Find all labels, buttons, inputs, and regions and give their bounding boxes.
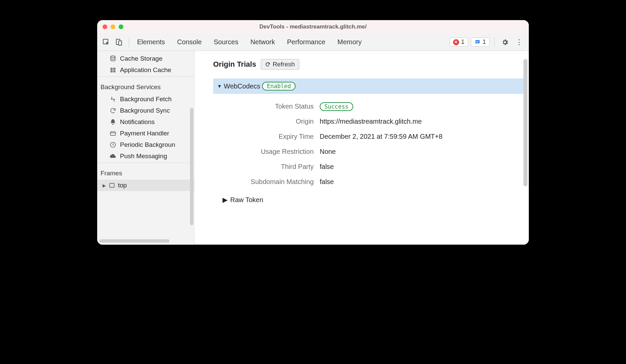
sidebar-item-label: Background Sync (120, 107, 170, 114)
clock-icon (109, 141, 117, 148)
tab-network[interactable]: Network (250, 38, 275, 46)
toolbar-separator-2 (494, 38, 495, 47)
sidebar-item-push-messaging[interactable]: Push Messaging (97, 150, 194, 162)
origin-value: https://mediastreamtrack.glitch.me (320, 118, 529, 125)
success-badge: Success (320, 102, 353, 111)
cloud-icon (109, 153, 117, 160)
devtools-window: DevTools - mediastreamtrack.glitch.me/ E… (97, 20, 529, 245)
expand-icon: ▶ (103, 183, 106, 188)
toolbar-separator (129, 38, 129, 47)
issues-icon (475, 39, 481, 45)
refresh-label: Refresh (272, 61, 295, 68)
raw-token-label: Raw Token (230, 196, 263, 204)
svg-rect-2 (119, 41, 122, 45)
settings-icon[interactable] (499, 39, 511, 46)
more-options-icon[interactable]: ⋮ (513, 38, 525, 47)
body: Cache Storage Application Cache Backgrou… (97, 51, 529, 245)
subdomain-matching-label: Subdomain Matching (213, 178, 314, 186)
third-party-label: Third Party (213, 163, 314, 171)
panel-tabs: Elements Console Sources Network Perform… (137, 38, 447, 46)
frames-heading: Frames (97, 165, 194, 180)
svg-rect-6 (111, 68, 113, 69)
svg-rect-4 (476, 42, 478, 43)
enabled-badge: Enabled (262, 82, 296, 90)
sidebar-item-cache-storage[interactable]: Cache Storage (97, 53, 194, 64)
svg-rect-8 (111, 69, 113, 70)
tab-memory[interactable]: Memory (337, 38, 362, 46)
sidebar-item-label: Periodic Backgroun (120, 141, 175, 148)
frames-top-item[interactable]: ▶ top (97, 180, 194, 191)
expand-icon: ▶ (223, 196, 228, 204)
credit-card-icon (109, 130, 117, 137)
tab-performance[interactable]: Performance (287, 38, 326, 46)
close-window-button[interactable] (103, 24, 107, 29)
database-icon (109, 55, 117, 62)
main-pane: Origin Trials Refresh ▼ WebCodecs Enable… (194, 51, 529, 245)
toggle-device-icon[interactable] (114, 37, 124, 47)
error-icon: ✕ (453, 39, 459, 45)
toolbar-right: ✕ 1 1 ⋮ (449, 38, 525, 47)
expiry-value: December 2, 2021 at 7:59:59 AM GMT+8 (320, 133, 529, 140)
third-party-value: false (320, 163, 529, 171)
cache-group: Cache Storage Application Cache (97, 51, 194, 77)
svg-rect-10 (111, 71, 113, 72)
svg-rect-15 (110, 183, 114, 187)
sidebar-item-application-cache[interactable]: Application Cache (97, 64, 194, 76)
token-status-label: Token Status (213, 103, 314, 110)
sidebar-item-payment-handler[interactable]: Payment Handler (97, 128, 194, 139)
sidebar-item-label: Cache Storage (120, 55, 163, 62)
sidebar-item-label: Push Messaging (120, 153, 167, 160)
sidebar-item-label: Application Cache (120, 66, 171, 74)
sidebar-v-scrollbar[interactable] (190, 108, 193, 225)
errors-badge[interactable]: ✕ 1 (449, 38, 468, 47)
background-services-heading: Background Services (97, 79, 194, 94)
main-toolbar: Elements Console Sources Network Perform… (97, 34, 529, 51)
issues-badge[interactable]: 1 (471, 38, 490, 47)
sidebar-h-scrollbar[interactable] (99, 239, 170, 243)
usage-restriction-label: Usage Restriction (213, 148, 314, 156)
usage-restriction-value: None (320, 148, 529, 156)
trial-details: Token Status Success Origin https://medi… (213, 94, 529, 186)
background-services-group: Background Services Background Fetch Bac… (97, 77, 194, 163)
pane-header: Origin Trials Refresh (213, 59, 529, 70)
zoom-window-button[interactable] (119, 24, 123, 29)
trial-name: WebCodecs (224, 82, 260, 90)
sidebar-item-notifications[interactable]: Notifications (97, 116, 194, 128)
frames-top-label: top (118, 182, 127, 189)
titlebar: DevTools - mediastreamtrack.glitch.me/ (97, 20, 529, 34)
svg-rect-12 (111, 132, 116, 135)
refresh-button[interactable]: Refresh (261, 59, 299, 70)
traffic-lights (103, 24, 123, 29)
refresh-icon (265, 62, 270, 67)
sidebar-item-background-sync[interactable]: Background Sync (97, 105, 194, 116)
errors-count: 1 (461, 39, 464, 46)
svg-rect-7 (113, 68, 116, 69)
subdomain-matching-value: false (320, 178, 529, 186)
sidebar-item-background-fetch[interactable]: Background Fetch (97, 94, 194, 105)
origin-trials-title: Origin Trials (213, 60, 256, 69)
grid-icon (109, 67, 117, 73)
inspect-element-icon[interactable] (101, 37, 111, 47)
main-v-scrollbar[interactable] (523, 59, 527, 186)
svg-rect-3 (476, 41, 479, 42)
svg-rect-9 (113, 69, 116, 70)
fetch-icon (109, 96, 117, 103)
frames-group: Frames ▶ top (97, 163, 194, 192)
minimize-window-button[interactable] (111, 24, 115, 29)
sync-icon (109, 107, 117, 114)
trial-row-webcodecs[interactable]: ▼ WebCodecs Enabled (213, 78, 523, 94)
token-status-value: Success (320, 103, 529, 110)
bell-icon (109, 119, 117, 125)
frame-box-icon (109, 182, 115, 189)
window-title: DevTools - mediastreamtrack.glitch.me/ (97, 23, 529, 30)
origin-label: Origin (213, 118, 314, 125)
raw-token-row[interactable]: ▶ Raw Token (213, 186, 529, 204)
svg-rect-11 (113, 71, 116, 72)
tab-console[interactable]: Console (177, 38, 201, 46)
sidebar-item-label: Payment Handler (120, 130, 169, 137)
tab-sources[interactable]: Sources (214, 38, 238, 46)
svg-point-5 (111, 56, 115, 58)
tab-elements[interactable]: Elements (137, 38, 165, 46)
application-sidebar: Cache Storage Application Cache Backgrou… (97, 51, 194, 245)
sidebar-item-periodic-background[interactable]: Periodic Backgroun (97, 139, 194, 150)
